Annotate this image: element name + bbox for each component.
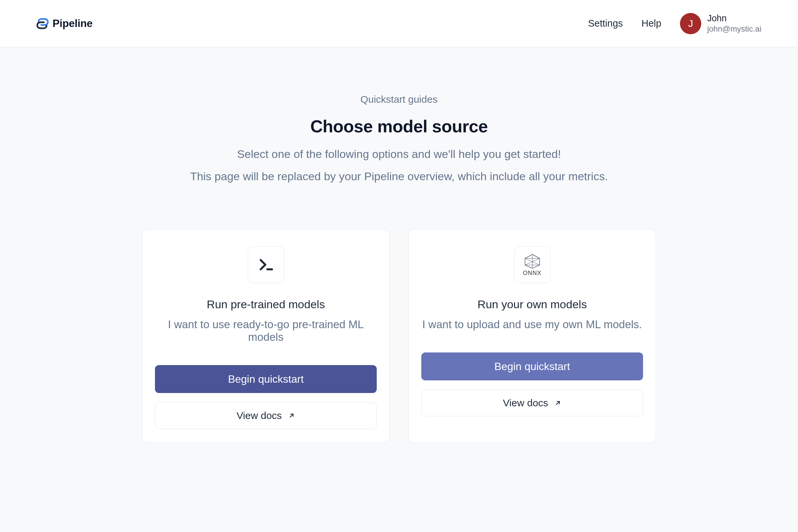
external-link-icon <box>288 412 295 419</box>
nav-settings[interactable]: Settings <box>588 18 623 29</box>
avatar: J <box>680 13 701 34</box>
user-text: John john@mystic.ai <box>707 13 761 34</box>
card-pretrained: Run pre-trained models I want to use rea… <box>142 229 390 442</box>
page-title: Choose model source <box>310 116 488 136</box>
onnx-label: ONNX <box>523 270 541 277</box>
user-menu[interactable]: J John john@mystic.ai <box>680 13 761 34</box>
onnx-icon: ONNX <box>514 246 551 283</box>
nav-help[interactable]: Help <box>641 18 661 29</box>
card-row: Run pre-trained models I want to use rea… <box>142 229 656 442</box>
page-eyebrow: Quickstart guides <box>360 94 438 105</box>
page-subtitle-2: This page will be replaced by your Pipel… <box>190 170 608 183</box>
view-docs-button[interactable]: View docs <box>155 402 377 429</box>
begin-quickstart-button[interactable]: Begin quickstart <box>155 365 377 393</box>
begin-quickstart-button[interactable]: Begin quickstart <box>421 353 643 380</box>
header: Pipeline Settings Help J John john@mysti… <box>0 0 798 47</box>
view-docs-label: View docs <box>236 410 282 421</box>
main-content: Quickstart guides Choose model source Se… <box>0 47 798 442</box>
card-desc: I want to upload and use my own ML model… <box>422 318 642 331</box>
card-title: Run your own models <box>477 298 587 311</box>
terminal-icon <box>248 246 284 283</box>
view-docs-button[interactable]: View docs <box>421 390 643 416</box>
card-own-models: ONNX Run your own models I want to uploa… <box>408 229 656 442</box>
view-docs-label: View docs <box>503 397 548 408</box>
user-name: John <box>707 13 761 24</box>
brand-name: Pipeline <box>53 17 92 30</box>
user-email: john@mystic.ai <box>707 24 761 34</box>
page-subtitle: Select one of the following options and … <box>237 148 561 160</box>
external-link-icon <box>554 399 562 407</box>
pipeline-logo-icon <box>37 18 49 30</box>
brand-logo[interactable]: Pipeline <box>37 17 92 30</box>
card-desc: I want to use ready-to-go pre-trained ML… <box>155 318 377 343</box>
header-right: Settings Help J John john@mystic.ai <box>588 13 761 34</box>
card-title: Run pre-trained models <box>207 298 325 311</box>
